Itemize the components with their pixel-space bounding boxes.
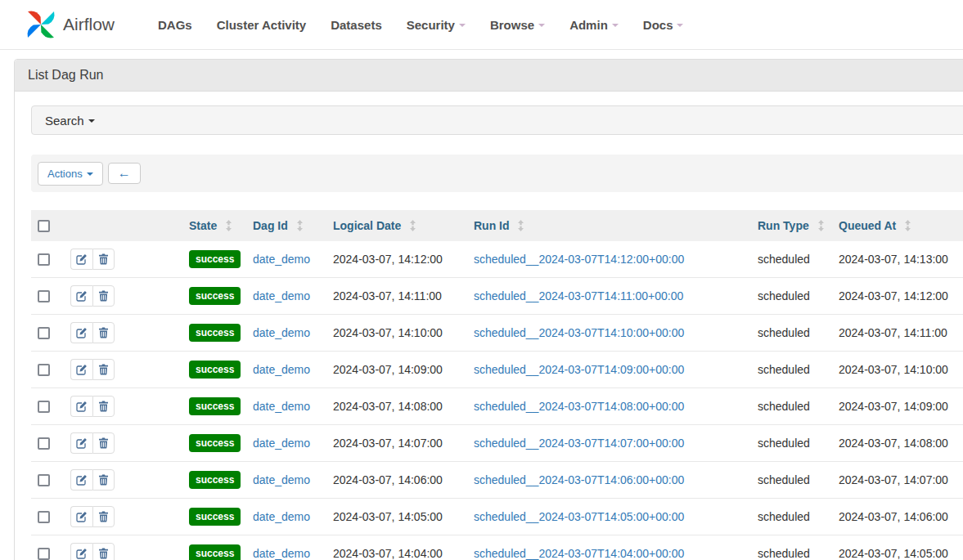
dag-id-link[interactable]: date_demo [253, 473, 310, 486]
row-state-cell: success [182, 499, 246, 535]
panel-body: Search Actions ← [15, 92, 963, 560]
nav-item-docs[interactable]: Docs [631, 10, 696, 40]
column-header-run-id[interactable]: Run Id [467, 210, 751, 241]
trash-icon [98, 401, 109, 412]
table-row: success date_demo 2024-03-07, 14:04:00 s… [31, 535, 963, 560]
search-label: Search [45, 114, 84, 128]
edit-button[interactable] [70, 249, 92, 270]
edit-button[interactable] [70, 396, 92, 417]
delete-button[interactable] [92, 359, 115, 380]
chevron-down-icon [88, 119, 95, 123]
state-badge: success [189, 361, 241, 379]
back-button[interactable]: ← [108, 163, 141, 184]
column-header-queued-at[interactable]: Queued At [832, 210, 963, 241]
row-checkbox[interactable] [38, 290, 50, 302]
run-id-link[interactable]: scheduled__2024-03-07T14:12:00+00:00 [474, 253, 684, 266]
dag-id-link[interactable]: date_demo [253, 547, 310, 560]
run-id-link[interactable]: scheduled__2024-03-07T14:09:00+00:00 [474, 363, 684, 376]
row-dag-id-cell: date_demo [246, 241, 326, 278]
trash-icon [98, 364, 109, 375]
delete-button[interactable] [92, 543, 115, 560]
edit-button[interactable] [70, 469, 92, 491]
sort-icon [517, 220, 524, 231]
row-checkbox[interactable] [38, 327, 50, 339]
delete-button[interactable] [92, 285, 115, 307]
run-id-link[interactable]: scheduled__2024-03-07T14:04:00+00:00 [474, 547, 684, 560]
dag-id-link[interactable]: date_demo [253, 289, 310, 302]
column-header-state[interactable]: State [182, 210, 246, 241]
row-checkbox[interactable] [38, 474, 50, 486]
delete-button[interactable] [92, 432, 115, 454]
select-all-checkbox[interactable] [38, 220, 50, 232]
edit-button[interactable] [70, 506, 92, 527]
delete-button[interactable] [92, 249, 115, 270]
row-select-cell [31, 462, 64, 499]
row-checkbox[interactable] [38, 401, 50, 413]
nav-item-datasets[interactable]: Datasets [318, 10, 394, 40]
row-logical-date-cell: 2024-03-07, 14:09:00 [326, 352, 467, 388]
table-body: success date_demo 2024-03-07, 14:12:00 s… [31, 241, 963, 560]
airflow-logo-icon [25, 8, 57, 41]
nav-item-security[interactable]: Security [394, 10, 478, 40]
search-dropdown[interactable]: Search [31, 105, 963, 135]
state-badge: success [189, 544, 241, 560]
run-id-link[interactable]: scheduled__2024-03-07T14:10:00+00:00 [474, 326, 684, 339]
delete-button[interactable] [92, 322, 115, 343]
row-queued-at-cell: 2024-03-07, 14:10:00 [832, 352, 963, 388]
edit-button[interactable] [70, 543, 92, 560]
chevron-down-icon [612, 24, 619, 27]
delete-button[interactable] [92, 396, 115, 417]
run-id-link[interactable]: scheduled__2024-03-07T14:06:00+00:00 [474, 473, 684, 486]
nav-item-dags[interactable]: DAGs [146, 10, 205, 40]
dag-id-link[interactable]: date_demo [253, 253, 310, 266]
edit-button[interactable] [70, 322, 92, 343]
table-row: success date_demo 2024-03-07, 14:09:00 s… [31, 352, 963, 388]
run-id-link[interactable]: scheduled__2024-03-07T14:05:00+00:00 [474, 510, 684, 523]
row-checkbox[interactable] [38, 548, 50, 560]
airflow-brand[interactable]: Airflow [25, 8, 115, 41]
trash-icon [98, 327, 109, 338]
run-id-link[interactable]: scheduled__2024-03-07T14:08:00+00:00 [474, 400, 684, 413]
actions-dropdown-button[interactable]: Actions [38, 162, 103, 186]
dag-id-link[interactable]: date_demo [253, 437, 310, 450]
row-checkbox[interactable] [38, 253, 50, 266]
row-checkbox[interactable] [38, 364, 50, 376]
row-queued-at-cell: 2024-03-07, 14:11:00 [832, 315, 963, 352]
edit-icon [76, 253, 88, 265]
column-label: Logical Date [333, 219, 401, 232]
sort-icon [904, 220, 911, 231]
edit-button[interactable] [70, 285, 92, 307]
dag-id-link[interactable]: date_demo [253, 510, 310, 523]
dag-id-link[interactable]: date_demo [253, 326, 310, 339]
row-select-cell [31, 535, 64, 560]
row-logical-date-cell: 2024-03-07, 14:12:00 [326, 241, 467, 278]
state-badge: success [189, 287, 241, 305]
table-row: success date_demo 2024-03-07, 14:07:00 s… [31, 425, 963, 462]
nav-item-cluster-activity[interactable]: Cluster Activity [205, 10, 318, 40]
row-checkbox[interactable] [38, 511, 50, 523]
row-state-cell: success [182, 241, 246, 278]
row-select-cell [31, 241, 64, 278]
dag-id-link[interactable]: date_demo [253, 400, 310, 413]
chevron-down-icon [538, 24, 545, 27]
row-checkbox[interactable] [38, 437, 50, 450]
nav-item-admin[interactable]: Admin [557, 10, 631, 40]
run-id-link[interactable]: scheduled__2024-03-07T14:11:00+00:00 [474, 289, 683, 302]
edit-button[interactable] [70, 359, 92, 380]
dag-id-link[interactable]: date_demo [253, 363, 310, 376]
nav-item-browse[interactable]: Browse [478, 10, 557, 40]
delete-button[interactable] [92, 506, 115, 527]
list-dag-run-panel: List Dag Run Search Actions ← [14, 59, 963, 560]
column-header-dag-id[interactable]: Dag Id [246, 210, 326, 241]
row-actions-cell [64, 425, 182, 462]
column-header-run-type[interactable]: Run Type [751, 210, 832, 241]
row-select-cell [31, 388, 64, 425]
row-select-cell [31, 315, 64, 352]
edit-button[interactable] [70, 432, 92, 454]
row-actions-cell [64, 278, 182, 315]
delete-button[interactable] [92, 469, 115, 491]
run-id-link[interactable]: scheduled__2024-03-07T14:07:00+00:00 [474, 437, 684, 450]
trash-icon [98, 290, 109, 302]
table-row: success date_demo 2024-03-07, 14:11:00 s… [31, 278, 963, 315]
column-header-logical-date[interactable]: Logical Date [326, 210, 467, 241]
